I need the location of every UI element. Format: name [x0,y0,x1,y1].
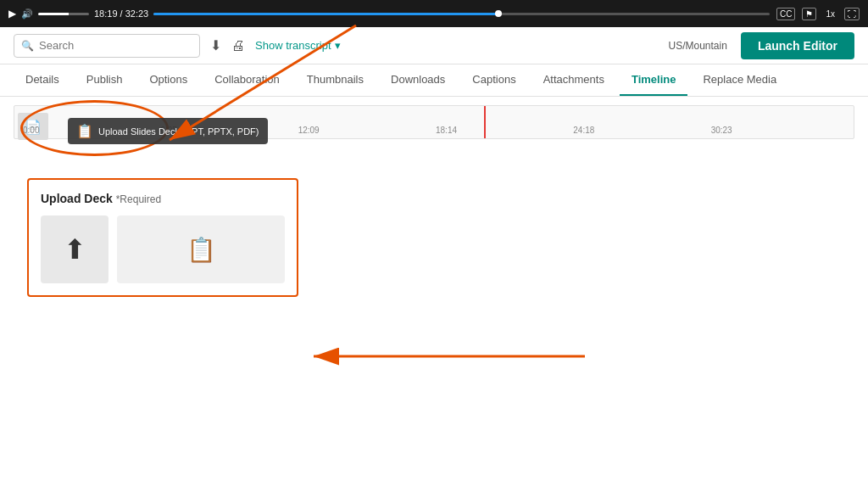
main-container: ▶ 🔊 18:19 / 32:23 CC ⚑ 1x ⛶ 🔍 ⬇ 🖨 [0,0,868,481]
tab-thumbnails[interactable]: Thumbnails [295,64,376,96]
flag-icon[interactable]: ⚑ [802,8,816,20]
header-right: US/Mountain Launch Editor [669,32,855,59]
time-display: 18:19 / 32:23 [94,8,148,19]
required-label: *Required [116,193,161,205]
tab-attachments[interactable]: Attachments [531,64,616,96]
search-input[interactable] [39,39,192,52]
tab-options[interactable]: Options [137,64,199,96]
download-icon[interactable]: ⬇ [210,37,221,53]
tab-downloads[interactable]: Downloads [379,64,457,96]
playhead [484,106,486,138]
tab-timeline[interactable]: Timeline [620,64,688,96]
search-icon: 🔍 [21,40,34,52]
play-button[interactable]: ▶ [8,8,16,20]
time-marker-2: 12:09 [297,126,434,135]
video-progress-bar[interactable] [153,13,770,15]
tab-details[interactable]: Details [14,64,71,96]
timezone-label: US/Mountain [669,40,727,52]
volume-slider[interactable] [38,13,89,15]
time-marker-4: 24:18 [571,126,709,135]
progress-thumb [495,10,502,17]
search-area: 🔍 ⬇ 🖨 Show transcript ▾ [14,34,341,58]
tab-navigation: Details Publish Options Collaboration Th… [0,64,868,97]
tab-captions[interactable]: Captions [460,64,527,96]
tab-replace-media[interactable]: Replace Media [691,64,788,96]
cc-badge[interactable]: CC [776,8,795,20]
video-bar: ▶ 🔊 18:19 / 32:23 CC ⚑ 1x ⛶ [0,0,868,27]
file-preview-area: 📋 [117,215,285,283]
speed-label[interactable]: 1x [823,8,837,20]
print-icon[interactable]: 🖨 [231,38,245,53]
upload-tooltip: 📋 Upload Slides Deck (PPT, PPTX, PDF) [68,118,268,144]
fullscreen-icon[interactable]: ⛶ [844,8,860,20]
time-marker-3: 18:14 [434,126,571,135]
show-transcript-button[interactable]: Show transcript ▾ [255,39,341,52]
tooltip-file-icon: 📋 [76,123,93,139]
tab-collaboration[interactable]: Collaboration [203,64,292,96]
upload-button[interactable]: ⬆ [41,215,108,283]
chevron-down-icon: ▾ [335,39,341,52]
timeline-section: 📄 0:00 6:05 12:09 18:14 24:18 30:23 📋 Up… [0,97,868,165]
volume-icon[interactable]: 🔊 [21,8,33,20]
file-placeholder-icon: 📋 [186,236,216,264]
upload-icon: ⬆ [64,233,86,266]
search-box[interactable]: 🔍 [14,34,200,58]
top-header: 🔍 ⬇ 🖨 Show transcript ▾ US/Mountain Laun… [0,27,868,64]
time-marker-5: 30:23 [709,126,847,135]
upload-deck-body: ⬆ 📋 [41,215,285,283]
progress-fill [153,13,498,15]
launch-editor-button[interactable]: Launch Editor [741,32,854,59]
tab-publish[interactable]: Publish [75,64,135,96]
upload-deck-section: Upload Deck *Required ⬆ 📋 [27,178,298,297]
video-controls: ▶ 🔊 18:19 / 32:23 [8,8,770,20]
upload-deck-title: Upload Deck *Required [41,192,285,205]
video-right-controls: CC ⚑ 1x ⛶ [776,8,860,20]
